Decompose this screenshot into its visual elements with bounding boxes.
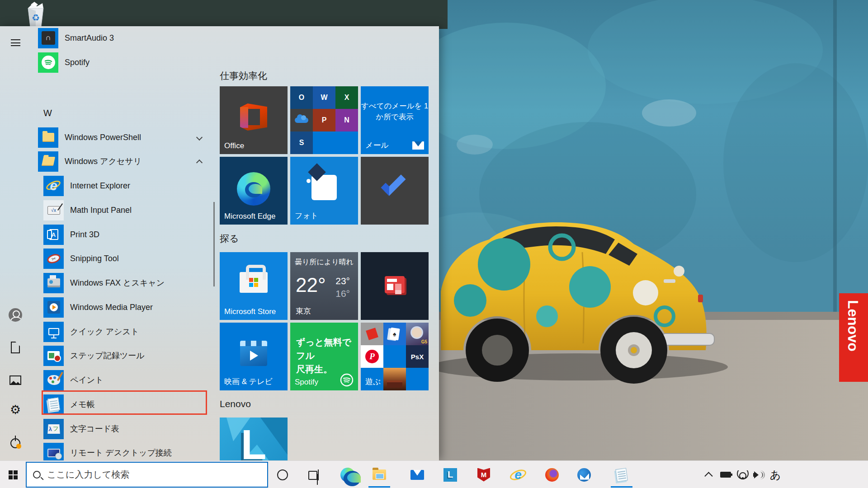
taskbar-lenovo-vantage-button[interactable]: L: [438, 461, 462, 488]
windows-logo-icon: [9, 470, 18, 479]
start-button[interactable]: [0, 461, 26, 488]
app-item-windows-media-player[interactable]: Windows Media Player: [43, 295, 220, 319]
app-item-math-input-panel[interactable]: √x Math Input Panel: [43, 198, 220, 222]
character-map-icon: λフ: [43, 419, 64, 439]
speaker-icon: [753, 470, 765, 479]
search-placeholder: ここに入力して検索: [47, 469, 129, 481]
tray-overflow-button[interactable]: [700, 461, 717, 488]
taskbar-internet-explorer-button[interactable]: e: [506, 461, 530, 488]
todo-checkmark-icon: [381, 171, 406, 196]
internet-explorer-icon: e: [511, 468, 525, 482]
edge-icon: [340, 468, 355, 482]
taskbar-mail-button[interactable]: [405, 461, 429, 488]
tile-microsoft-store[interactable]: Microsoft Store: [220, 252, 288, 320]
tray-network-button[interactable]: [734, 461, 751, 488]
notepad-icon: [43, 394, 64, 415]
tray-ime-button[interactable]: あ: [767, 461, 784, 488]
app-item-character-map[interactable]: λフ 文字コード表: [43, 417, 220, 441]
app-group-windows-accessories[interactable]: Windows アクセサリ: [38, 149, 214, 174]
app-item-windows-fax-scan[interactable]: Windows FAX とスキャン: [43, 271, 220, 295]
app-group-windows-powershell[interactable]: Windows PowerShell: [38, 125, 214, 150]
fax-scan-icon: [43, 273, 64, 293]
taskbar-thunderbird-button[interactable]: [572, 461, 596, 488]
taskbar-edge-button[interactable]: [335, 461, 360, 488]
pinterest-mini-icon: P: [361, 345, 383, 368]
taskbar-notepad-button[interactable]: [609, 461, 634, 488]
mcafee-shield-icon: M: [477, 468, 490, 482]
tile-spotify[interactable]: ずっと無料でフル 尺再生。 Spotify: [290, 323, 358, 390]
app-item-quick-assist[interactable]: クイック アシスト: [43, 319, 220, 344]
ime-mode-indicator: あ: [770, 468, 781, 482]
tile-mail[interactable]: すべてのメールを 1 か所で表示 メール: [361, 86, 429, 154]
letter-header-w[interactable]: W: [43, 101, 134, 125]
solitaire-mini-icon: ♠: [383, 323, 406, 345]
app-item-internet-explorer[interactable]: e Internet Explorer: [43, 174, 220, 198]
weather-low-temp: 16°: [335, 288, 350, 299]
app-item-smartaudio[interactable]: ∩ SmartAudio 3: [38, 26, 214, 50]
firefox-icon: [545, 468, 559, 482]
tile-microsoft-edge[interactable]: Microsoft Edge: [220, 157, 288, 225]
weather-high-temp: 23°: [335, 276, 350, 286]
tray-volume-button[interactable]: [750, 461, 768, 488]
spotify-logo-icon: [340, 373, 354, 387]
tray-battery-button[interactable]: [717, 461, 734, 488]
tile-play[interactable]: ♠ G5 P PsX 遊ぶ: [361, 323, 429, 390]
tile-office[interactable]: Office: [220, 86, 288, 154]
pictures-icon: [9, 375, 21, 385]
taskbar-file-explorer-button[interactable]: [367, 461, 392, 488]
group-header-explore[interactable]: 探る: [220, 232, 239, 245]
tile-photos[interactable]: フォト: [290, 157, 358, 225]
onedrive-mini-icon: [290, 109, 313, 131]
store-bag-icon: [240, 272, 268, 293]
notepad-active-indicator: [611, 486, 632, 488]
internet-explorer-icon: e: [43, 176, 64, 196]
recycle-bin-icon[interactable]: ♻: [22, 1, 50, 27]
smartaudio-icon: ∩: [38, 28, 58, 48]
group-header-productivity[interactable]: 仕事効率化: [220, 70, 267, 82]
app-item-snipping-tool[interactable]: ✂ Snipping Tool: [43, 246, 220, 271]
office-logo-icon: [240, 103, 267, 131]
mail-promo-text: すべてのメールを 1 か所で表示: [361, 101, 429, 122]
task-view-button[interactable]: [302, 461, 326, 488]
user-avatar-icon: [9, 308, 22, 322]
folder-open-icon: [38, 151, 58, 172]
tile-movies-tv[interactable]: 映画 & テレビ: [220, 323, 288, 390]
app-item-steps-recorder[interactable]: ステップ記録ツール: [43, 343, 220, 368]
app-list-scrollbar[interactable]: [213, 202, 215, 286]
tile-news[interactable]: [361, 252, 429, 320]
lenovo-vantage-icon: L: [443, 468, 457, 482]
app-item-paint[interactable]: ペイント: [43, 368, 220, 392]
taskbar-firefox-button[interactable]: [540, 461, 564, 488]
chevron-up-icon: [704, 472, 712, 480]
media-player-icon: [43, 297, 64, 318]
group-header-lenovo[interactable]: Lenovo: [220, 399, 251, 409]
power-icon: [10, 438, 20, 448]
paint-icon: [43, 370, 64, 390]
remote-desktop-icon: [43, 443, 64, 463]
user-account-button[interactable]: [5, 304, 26, 326]
app-item-print-3d[interactable]: A Print 3D: [43, 222, 220, 247]
spotify-icon: [38, 52, 58, 73]
app-item-spotify[interactable]: Spotify: [38, 50, 214, 75]
tile-office-suite[interactable]: O W X P N S: [290, 86, 358, 154]
svg-text:♻: ♻: [32, 12, 40, 23]
taskbar-mcafee-button[interactable]: M: [472, 461, 496, 488]
spotify-promo-text: ずっと無料でフル 尺再生。: [296, 335, 358, 376]
documents-button[interactable]: [5, 337, 26, 358]
app-item-notepad[interactable]: メモ帳: [43, 392, 220, 417]
chevron-down-icon: [196, 134, 203, 141]
excel-mini-icon: X: [335, 86, 358, 109]
task-view-icon: [308, 469, 319, 480]
folder-closed-icon: [38, 127, 58, 148]
settings-button[interactable]: ⚙: [5, 399, 26, 421]
cortana-button[interactable]: [271, 461, 294, 488]
power-button[interactable]: [5, 432, 26, 454]
outlook-mini-icon: O: [290, 86, 313, 109]
tile-todo[interactable]: [361, 157, 429, 225]
pictures-button[interactable]: [5, 369, 26, 391]
math-input-icon: √x: [43, 200, 64, 221]
start-menu-panel: ⚙ ∩ SmartAudio 3 Spotify W Windows Power…: [0, 26, 439, 460]
news-icon: [385, 276, 405, 293]
tile-weather[interactable]: 曇り所により晴れ 22° 23° 16° 東京: [290, 252, 358, 320]
menu-expand-button[interactable]: [5, 32, 26, 53]
